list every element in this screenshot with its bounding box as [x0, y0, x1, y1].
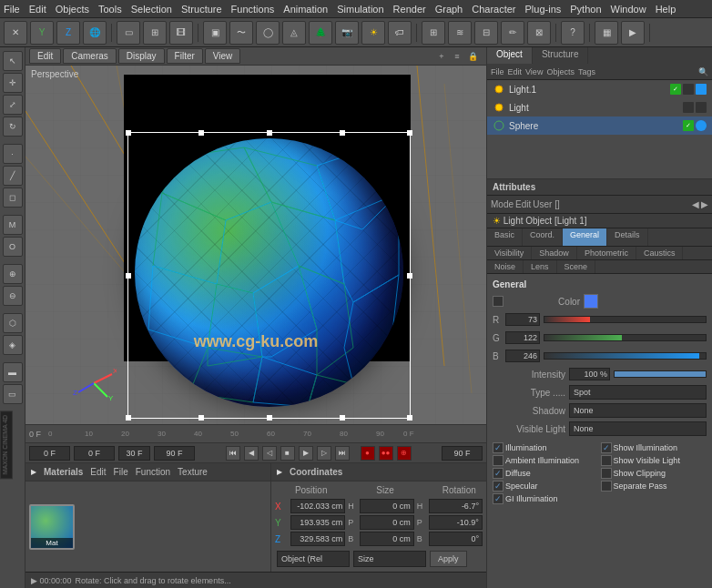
materials-menu-file[interactable]: File [114, 467, 128, 477]
viewport-tab-display[interactable]: Display [118, 48, 165, 64]
attr-tab-basic[interactable]: Basic [487, 228, 523, 246]
transport-stop[interactable]: ■ [280, 446, 295, 461]
transport-next-frame[interactable]: ▷ [317, 446, 331, 461]
transport-play[interactable]: ▶ [299, 446, 313, 461]
attr-tab-scene[interactable]: Scene [557, 260, 596, 273]
tool-y[interactable]: Y [30, 21, 54, 45]
transport-play-back[interactable]: ◁ [262, 446, 277, 461]
coord-space-dropdown[interactable]: Object (Rel [277, 551, 350, 567]
transport-end-frame[interactable]: 90 F [154, 446, 195, 461]
coord-z-size[interactable]: 0 cm [360, 532, 413, 546]
tool-sketch[interactable]: ✏ [501, 21, 524, 45]
tool-question[interactable]: ? [561, 21, 585, 45]
obj-item-light1[interactable]: Light.1 ✓ [487, 80, 712, 98]
attr-illumination-check[interactable] [493, 442, 503, 453]
attr-visible-dropdown[interactable]: None [569, 421, 707, 436]
transport-current-frame[interactable]: 0 F [74, 446, 115, 461]
attr-show-visible-check[interactable] [601, 455, 612, 466]
left-axis[interactable]: ⊖ [3, 286, 23, 306]
obj-tab-structure[interactable]: Structure [533, 47, 589, 64]
left-model[interactable]: M [3, 215, 23, 235]
viewport-lock-icon[interactable]: 🔒 [466, 50, 479, 63]
obj-light1-check1[interactable]: ✓ [670, 84, 681, 95]
transport-prev-frame[interactable]: ◀ [244, 446, 259, 461]
coord-size-dropdown[interactable]: Size [353, 551, 426, 567]
color-swatch[interactable] [584, 294, 598, 309]
attr-nav-right[interactable]: ▶ [701, 199, 708, 209]
coord-x-pos[interactable]: -102.033 cm [290, 499, 345, 513]
obj-toolbar-edit[interactable]: Edit [508, 67, 523, 76]
tool-render-view[interactable]: ▦ [595, 21, 618, 45]
coord-x-size[interactable]: 0 cm [360, 499, 413, 513]
attr-b-slider[interactable] [544, 352, 707, 360]
attr-color-checkbox[interactable] [493, 296, 503, 307]
attr-shadow-dropdown[interactable]: None [569, 403, 707, 418]
menu-animation[interactable]: Animation [283, 4, 328, 15]
menu-window[interactable]: Window [611, 4, 646, 15]
left-rotate-tool[interactable]: ↻ [3, 117, 23, 137]
tool-world[interactable]: 🌐 [83, 21, 107, 45]
viewport-tab-edit[interactable]: Edit [29, 48, 61, 64]
tool-hair[interactable]: ≋ [448, 21, 472, 45]
menu-functions[interactable]: Functions [231, 4, 275, 15]
left-object[interactable]: O [3, 237, 23, 257]
menu-structure[interactable]: Structure [181, 4, 222, 15]
menu-character[interactable]: Character [472, 4, 515, 15]
materials-menu-function[interactable]: Function [136, 467, 170, 477]
coord-z-rot[interactable]: 0° [429, 532, 483, 546]
coord-z-pos[interactable]: 329.583 cm [290, 532, 345, 546]
obj-search-icon[interactable]: 🔍 [698, 67, 708, 76]
obj-light-check1[interactable] [683, 102, 694, 113]
obj-light-check2[interactable] [696, 102, 707, 113]
tool-nurbs[interactable]: ◯ [256, 21, 280, 45]
viewport-tab-filter[interactable]: Filter [167, 48, 203, 64]
tool-curve[interactable]: 〜 [229, 21, 253, 45]
left-polys[interactable]: ◻ [3, 188, 23, 208]
materials-menu-texture[interactable]: Texture [178, 467, 208, 477]
tool-film[interactable]: 🎞 [169, 21, 193, 45]
attr-g-value[interactable]: 122 [505, 331, 540, 344]
attr-tab-lens[interactable]: Lens [524, 260, 557, 273]
transport-fps[interactable]: 30 F [118, 446, 150, 461]
tool-cube[interactable]: ▣ [203, 21, 227, 45]
menu-objects[interactable]: Objects [56, 4, 89, 15]
attr-r-slider[interactable] [544, 316, 707, 323]
menu-file[interactable]: File [4, 4, 20, 15]
menu-tools[interactable]: Tools [98, 4, 122, 15]
3d-viewport[interactable]: www.cg-ku.com Perspective X Y Z [25, 66, 486, 424]
tool-camera[interactable]: 📷 [335, 21, 359, 45]
obj-toolbar-file[interactable]: File [491, 67, 504, 76]
obj-item-light[interactable]: Light [487, 98, 712, 117]
menu-selection[interactable]: Selection [131, 4, 172, 15]
viewport-settings-icon[interactable]: ≡ [451, 50, 463, 63]
tool-tag[interactable]: 🏷 [388, 21, 412, 45]
attr-show-clipping-check[interactable] [601, 468, 612, 479]
attr-tab-general[interactable]: General [563, 228, 607, 246]
viewport-tab-view[interactable]: View [205, 48, 241, 64]
left-points[interactable]: · [3, 144, 23, 164]
transport-record-sel[interactable]: ⊕ [397, 446, 412, 461]
coord-y-size[interactable]: 0 cm [360, 515, 413, 530]
obj-toolbar-view[interactable]: View [525, 67, 543, 76]
materials-menu-edit[interactable]: Edit [90, 467, 106, 477]
left-floor[interactable]: ▬ [3, 362, 23, 382]
obj-light1-texture[interactable] [696, 84, 707, 95]
attr-specular-check[interactable] [493, 481, 503, 492]
coord-y-pos[interactable]: 193.935 cm [290, 515, 345, 530]
attr-g-slider[interactable] [544, 334, 707, 341]
attr-b-value[interactable]: 246 [505, 350, 540, 362]
attr-tab-photometric[interactable]: Photometric [577, 247, 636, 259]
left-backdrop[interactable]: ▭ [3, 384, 23, 404]
menu-simulation[interactable]: Simulation [337, 4, 383, 15]
left-snap[interactable]: ⊕ [3, 264, 23, 284]
left-select-tool[interactable]: ↖ [3, 51, 23, 71]
obj-tab-object[interactable]: Object [487, 47, 533, 64]
obj-sphere-texture[interactable] [696, 120, 707, 131]
tool-scene[interactable]: 🌲 [309, 21, 332, 45]
attr-nav-left[interactable]: ◀ [692, 199, 699, 209]
transport-total-frames[interactable]: 90 F [442, 446, 483, 461]
left-scale-tool[interactable]: ⤢ [3, 95, 23, 115]
transport-start-frame[interactable]: 0 F [29, 446, 70, 461]
attr-ambient-check[interactable] [493, 455, 503, 466]
left-edges[interactable]: ╱ [3, 166, 23, 186]
